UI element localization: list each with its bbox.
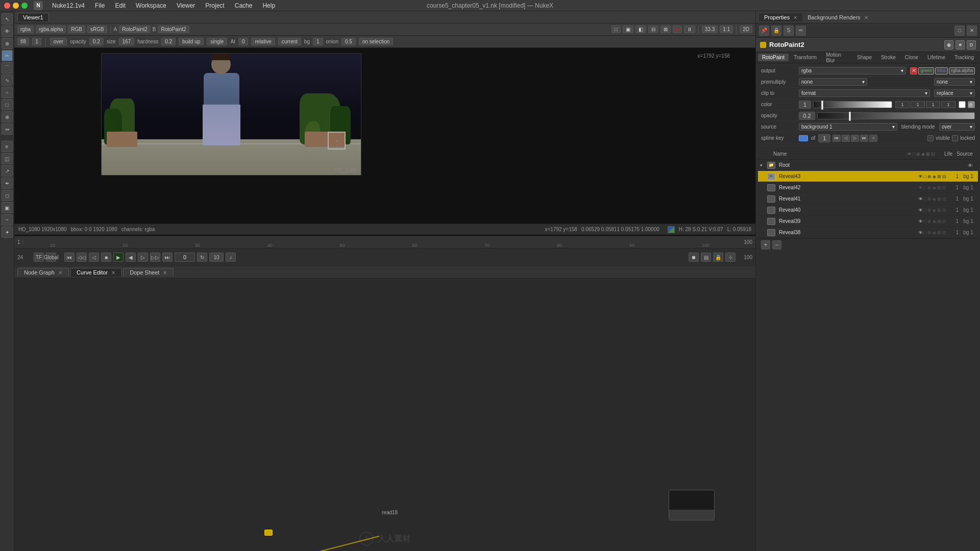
prev-frame-btn[interactable]: ◁ — [89, 253, 99, 262]
color-space-selector[interactable]: RGB — [68, 26, 85, 33]
tool-bezier[interactable]: ⌒ — [2, 62, 13, 73]
node-color-picker[interactable]: ◉ — [944, 40, 953, 49]
prop-clipto2-selector[interactable]: replace▾ — [934, 89, 975, 97]
menu-help[interactable]: Help — [258, 1, 279, 10]
locked-checkbox[interactable] — [952, 135, 958, 141]
tool-settings[interactable]: ≡ — [2, 141, 13, 152]
current-btn[interactable]: current — [278, 38, 301, 45]
color-a-input[interactable]: 1 — [941, 101, 955, 108]
viewer-btn-record[interactable]: ● — [673, 26, 682, 33]
prop-tab-shape[interactable]: Shape — [853, 54, 876, 61]
prop-tab-lifetime[interactable]: Lifetime — [923, 54, 949, 61]
layer-reveal38-row[interactable]: Reveal38 👁 □ ⊕ ◈ ⊠ ⊟ 1 bg 1 — [758, 227, 978, 238]
prop-premult2-selector[interactable]: none▾ — [934, 78, 975, 86]
prop-lock-btn[interactable]: 🔒 — [771, 26, 781, 36]
prop-tab-stroke[interactable]: Stroke — [877, 54, 900, 61]
tool-viewer[interactable]: 👁 — [2, 26, 13, 37]
small-viewer-node[interactable] — [669, 490, 715, 520]
global-btn[interactable]: Global — [46, 253, 56, 262]
maximize-button[interactable] — [21, 3, 28, 9]
viewer-btn-2[interactable]: ▣ — [623, 26, 633, 33]
channel-green-toggle[interactable]: green — [918, 67, 934, 74]
prop-splinekey-of[interactable]: 1 — [818, 134, 830, 142]
timeline-ruler[interactable]: 1 | 10 20 30 40 50 60 70 80 90 — [14, 236, 755, 248]
onion-input[interactable]: 0.5 — [341, 38, 356, 45]
display-selector[interactable]: sRGB — [87, 26, 107, 33]
tool-bspline[interactable]: ∿ — [2, 74, 13, 86]
input-a-selector[interactable]: RotoPaint2 — [119, 26, 150, 33]
prop-opacity-value[interactable]: 0.2 — [799, 112, 815, 120]
layer-reveal41-row[interactable]: Reveal41 👁 □ ⊕ ◈ ⊠ ⊟ 1 bg 1 — [758, 193, 978, 205]
blend-mode-selector[interactable]: over — [50, 38, 67, 45]
tool-paint[interactable]: ✏ — [2, 50, 13, 61]
minimize-button[interactable] — [13, 3, 19, 9]
layer-root-row[interactable]: ▾ 📁 Root 👁 — [758, 160, 978, 171]
root-vis[interactable]: 👁 — [968, 162, 976, 168]
tool-clone[interactable]: ⊕ — [2, 111, 13, 122]
color-g-input[interactable]: 1 — [911, 101, 925, 108]
color-eyedropper[interactable]: ⊕ — [968, 101, 975, 108]
channel-alpha-toggle[interactable]: rgba.alpha — [949, 67, 975, 74]
layer-reveal40-row[interactable]: Reveal40 👁 □ ⊕ ◈ ⊠ ⊟ 1 bg 1 — [758, 205, 978, 216]
prop-script-btn[interactable]: S — [783, 26, 794, 36]
opacity-input[interactable]: 0.2 — [89, 38, 104, 45]
prop-premult-selector[interactable]: none▾ — [799, 78, 867, 86]
color-b-input[interactable]: 1 — [926, 101, 940, 108]
tool-fill[interactable]: ▣ — [2, 202, 13, 213]
relative-btn[interactable]: relative — [251, 38, 275, 45]
small-node-output[interactable] — [264, 530, 273, 536]
prop-tab-clone[interactable]: Clone — [901, 54, 922, 61]
alpha-selector[interactable]: rgba.alpha — [36, 26, 66, 33]
loop-btn[interactable]: ↻ — [197, 253, 207, 262]
play-btn[interactable]: ▶ — [113, 253, 124, 262]
viewer-btn-4[interactable]: ⊟ — [648, 26, 658, 33]
tab-curve-editor-close[interactable]: ✕ — [111, 270, 115, 276]
channels-selector[interactable]: rgba — [17, 26, 34, 33]
first-frame-btn[interactable]: ⏮ — [64, 253, 75, 262]
menu-workspace[interactable]: Workspace — [132, 1, 170, 10]
splinekey-next[interactable]: ▷ — [851, 135, 859, 142]
tool-ellipse[interactable]: ○ — [2, 87, 13, 98]
view-mode[interactable]: 2D — [740, 26, 752, 33]
color-r-input[interactable]: 1 — [895, 101, 910, 108]
at-input[interactable]: 0 — [238, 38, 249, 45]
viewer-btn-5[interactable]: ⊠ — [660, 26, 671, 33]
tool-smear[interactable]: ~ — [2, 214, 13, 226]
menu-edit[interactable]: Edit — [111, 1, 130, 10]
single-btn[interactable]: single — [207, 38, 227, 45]
prop-output-selector[interactable]: rgba ▾ — [799, 67, 906, 74]
layer-reveal39-row[interactable]: Reveal39 👁 □ ⊕ ◈ ⊠ ⊟ 1 bg 1 — [758, 216, 978, 227]
zoom-level[interactable]: 33.3 — [702, 26, 718, 33]
node-graph[interactable]: RRCG 人人素材 RRCG 人人素材 RRCG 人人素材 RRCG 人人素材 — [14, 279, 755, 551]
tab-dope-sheet[interactable]: Dope Sheet ✕ — [123, 268, 174, 277]
stop-btn[interactable]: ■ — [101, 253, 111, 262]
tool-pencil[interactable]: ✒ — [2, 178, 13, 189]
tab-node-graph-close[interactable]: ✕ — [58, 270, 62, 276]
prop-blending-selector[interactable]: over▾ — [939, 123, 975, 131]
rtab-properties-close[interactable]: ✕ — [793, 15, 797, 20]
tool-select[interactable]: ↖ — [2, 13, 13, 24]
tf-btn[interactable]: TF — [34, 253, 44, 262]
prop-color-bar[interactable] — [813, 101, 892, 108]
bg-input[interactable]: 1 — [313, 38, 323, 45]
menu-viewer[interactable]: Viewer — [173, 1, 199, 10]
viewer-btn-pause[interactable]: ⏸ — [684, 26, 695, 33]
tab-node-graph[interactable]: Node Graph ✕ — [17, 268, 69, 277]
tool-zoom[interactable]: ⊕ — [2, 38, 13, 49]
prop-tab-tracking[interactable]: Tracking — [950, 54, 978, 61]
prop-bookmark-btn[interactable]: ✏ — [796, 26, 806, 36]
add-layer-btn[interactable]: + — [761, 240, 770, 249]
tool-nudge[interactable]: ✦ — [2, 227, 13, 238]
splinekey-first[interactable]: ⏮ — [832, 135, 841, 142]
menu-cache[interactable]: Cache — [231, 1, 257, 10]
channel-blue-toggle[interactable]: blue — [935, 67, 948, 74]
menu-file[interactable]: File — [91, 1, 109, 10]
prop-tab-motionblur[interactable]: Motion Blur — [822, 51, 852, 64]
layer-reveal43-row[interactable]: ✏ Reveal43 👁 □ ⊕ ◈ ⊠ ⊟ 1 bg 1 — [758, 171, 978, 182]
viewer1-tab[interactable]: Viewer1 — [17, 13, 49, 21]
menu-project[interactable]: Project — [201, 1, 228, 10]
next-keyframe-btn[interactable]: ▷▷ — [150, 253, 160, 262]
prop-splinekey-swatch[interactable] — [799, 135, 808, 141]
splinekey-add[interactable]: + — [869, 135, 877, 142]
tool-rect[interactable]: □ — [2, 99, 13, 110]
